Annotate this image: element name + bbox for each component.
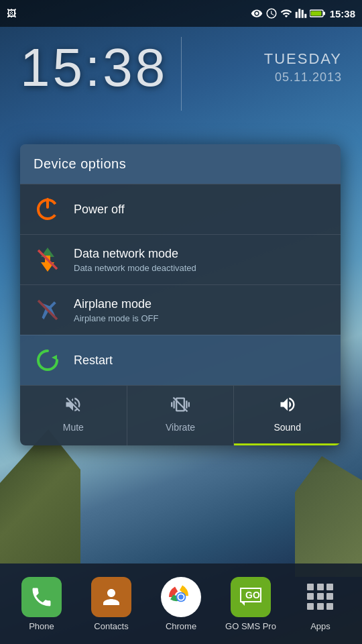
dialog-title: Device options bbox=[20, 144, 341, 184]
device-options-dialog: Device options Power off D bbox=[20, 144, 341, 445]
restart-text: Restart bbox=[74, 354, 113, 368]
chrome-label: Chrome bbox=[166, 621, 196, 631]
svg-rect-1 bbox=[323, 12, 325, 15]
restart-icon bbox=[32, 345, 63, 376]
clock-day: TUESDAY bbox=[264, 50, 342, 68]
status-icons-group bbox=[251, 7, 326, 19]
phone-label: Phone bbox=[29, 621, 54, 631]
data-network-label: Data network mode bbox=[74, 247, 196, 261]
status-right-area: 15:38 bbox=[251, 7, 355, 19]
dock-phone[interactable]: Phone bbox=[11, 577, 72, 631]
svg-rect-2 bbox=[310, 11, 321, 16]
data-network-icon bbox=[32, 244, 63, 275]
data-network-item[interactable]: Data network mode Data network mode deac… bbox=[20, 234, 341, 284]
apps-icon bbox=[300, 577, 341, 617]
power-off-item[interactable]: Power off bbox=[20, 184, 341, 234]
sound-button[interactable]: Sound bbox=[234, 386, 341, 445]
dock-chrome[interactable]: Chrome bbox=[151, 577, 211, 631]
gosms-label: GO SMS Pro bbox=[225, 621, 276, 631]
gosms-icon: GO bbox=[231, 577, 271, 617]
sound-icon bbox=[278, 395, 297, 418]
vibrate-label: Vibrate bbox=[166, 422, 195, 433]
power-off-text: Power off bbox=[74, 203, 125, 217]
phone-icon bbox=[21, 577, 62, 617]
signal-icon bbox=[295, 7, 307, 19]
status-left-icons: 🖼 bbox=[7, 8, 16, 19]
status-bar: 🖼 15:38 bbox=[0, 0, 362, 27]
restart-label: Restart bbox=[74, 354, 113, 368]
airplane-subtitle: Airplane mode is OFF bbox=[74, 313, 158, 323]
sound-modes: Mute Vibrate Sound bbox=[20, 385, 341, 445]
battery-icon bbox=[310, 9, 326, 18]
dock-contacts[interactable]: Contacts bbox=[81, 577, 141, 631]
dock-bar: Phone Contacts Chrome bbox=[0, 564, 362, 644]
power-off-icon bbox=[32, 194, 63, 225]
eye-icon bbox=[251, 7, 263, 19]
mute-label: Mute bbox=[63, 422, 84, 433]
dock-gosms[interactable]: GO GO SMS Pro bbox=[221, 577, 281, 631]
status-time: 15:38 bbox=[330, 8, 355, 19]
data-network-subtitle: Data network mode deactivated bbox=[74, 263, 196, 273]
airplane-mode-item[interactable]: Airplane mode Airplane mode is OFF bbox=[20, 284, 341, 335]
vibrate-icon bbox=[171, 395, 190, 418]
svg-marker-9 bbox=[52, 355, 57, 360]
wifi-icon bbox=[280, 7, 292, 19]
svg-point-14 bbox=[178, 594, 183, 599]
sound-label: Sound bbox=[274, 422, 300, 433]
vibrate-button[interactable]: Vibrate bbox=[127, 386, 235, 445]
dock-apps[interactable]: Apps bbox=[290, 577, 351, 631]
chrome-app-icon bbox=[161, 577, 201, 617]
mute-button[interactable]: Mute bbox=[20, 386, 127, 445]
airplane-label: Airplane mode bbox=[74, 297, 158, 311]
clock-date: 05.11.2013 bbox=[264, 70, 342, 85]
apps-label: Apps bbox=[310, 621, 330, 631]
svg-line-10 bbox=[174, 397, 188, 411]
contacts-icon bbox=[91, 577, 131, 617]
clock-display: 15:38 bbox=[20, 37, 168, 99]
alarm-icon bbox=[265, 7, 278, 19]
restart-item[interactable]: Restart bbox=[20, 335, 341, 385]
power-off-label: Power off bbox=[74, 203, 125, 217]
clock-date-area: TUESDAY 05.11.2013 bbox=[264, 50, 342, 85]
airplane-text: Airplane mode Airplane mode is OFF bbox=[74, 297, 158, 323]
data-network-text: Data network mode Data network mode deac… bbox=[74, 247, 196, 273]
clock-divider bbox=[181, 37, 182, 111]
photo-icon: 🖼 bbox=[7, 8, 16, 19]
contacts-label: Contacts bbox=[94, 621, 128, 631]
clock-time: 15:38 bbox=[20, 37, 168, 99]
svg-text:GO: GO bbox=[245, 590, 260, 600]
mute-icon bbox=[64, 395, 82, 418]
svg-rect-4 bbox=[46, 198, 49, 209]
airplane-mode-icon bbox=[32, 294, 63, 325]
